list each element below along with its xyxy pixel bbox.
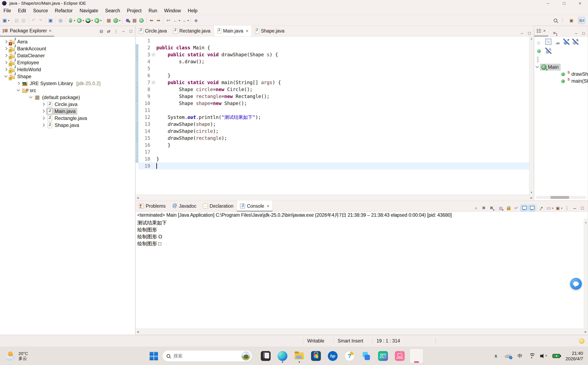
- console-horizontal-scrollbar[interactable]: ◀▶: [136, 329, 588, 335]
- dark-app[interactable]: [259, 349, 272, 363]
- open-type[interactable]: ▾: [124, 16, 131, 25]
- expander-chevron-icon[interactable]: [40, 101, 46, 107]
- expander-chevron-icon[interactable]: [3, 46, 9, 52]
- dropdown-arrow-icon[interactable]: ▾: [82, 19, 84, 22]
- close-outline-icon[interactable]: ×: [543, 28, 546, 33]
- pin-editor[interactable]: ▾: [193, 16, 199, 25]
- display-console[interactable]: [546, 205, 552, 211]
- expander-chevron-icon[interactable]: [554, 71, 560, 77]
- show-stderr[interactable]: [528, 205, 535, 211]
- toolbar-button[interactable]: ▾: [163, 17, 163, 24]
- highlight[interactable]: ▾: [57, 16, 64, 25]
- code-line[interactable]: 1: [138, 37, 529, 44]
- dropdown-arrow-icon[interactable]: ▾: [552, 207, 554, 210]
- taskbar-clock[interactable]: 21:40 2026/4/7: [566, 351, 583, 362]
- maximize[interactable]: [579, 205, 586, 211]
- close-view-icon[interactable]: ×: [49, 28, 52, 33]
- undo[interactable]: ▾: [30, 16, 37, 25]
- code-line[interactable]: 19: [138, 162, 529, 169]
- collapse-all[interactable]: −: [545, 39, 551, 45]
- tab-outline[interactable]: ×: [534, 26, 548, 36]
- open-task[interactable]: ▾: [47, 16, 54, 25]
- dropdown-arrow-icon[interactable]: ▾: [100, 19, 101, 22]
- code-line[interactable]: 9 Shape rectangle=new Rectangle();: [138, 93, 529, 100]
- dropdown-arrow-icon[interactable]: ▾: [187, 19, 189, 22]
- editor-tab[interactable]: Main.java ×: [214, 26, 252, 36]
- outline-horizontal-scrollbar[interactable]: [536, 196, 586, 199]
- expander-chevron-icon[interactable]: [40, 115, 46, 121]
- tree-item[interactable]: Aera: [0, 38, 135, 45]
- remove-all-launches[interactable]: [488, 205, 495, 211]
- code-line[interactable]: 17: [138, 148, 529, 155]
- window-maximize-button[interactable]: □: [556, 0, 572, 7]
- hide-non-public[interactable]: [536, 48, 542, 54]
- explorer[interactable]: [293, 349, 306, 363]
- toolbar-button[interactable]: ▾: [65, 17, 66, 24]
- menu-item[interactable]: Source: [30, 8, 52, 14]
- hp[interactable]: [326, 349, 339, 363]
- editor-horizontal-scrollbar[interactable]: ◀▶: [136, 195, 534, 201]
- dropdown-arrow-icon[interactable]: ▾: [8, 19, 9, 22]
- assistant-chat-button[interactable]: [570, 278, 582, 290]
- toolbar-button[interactable]: ▾: [28, 17, 29, 24]
- expander-chevron-icon[interactable]: [554, 78, 560, 84]
- maximize-outline-button[interactable]: □: [581, 30, 586, 36]
- outline-item[interactable]: Main: [534, 64, 588, 70]
- minimize-outline-button[interactable]: –: [574, 30, 578, 36]
- code-line[interactable]: 2public class Main {: [138, 44, 529, 51]
- help[interactable]: [343, 349, 356, 363]
- menu-item[interactable]: Project: [123, 8, 145, 14]
- prev-annotation[interactable]: ▾: [148, 16, 155, 25]
- search-icon[interactable]: [554, 19, 557, 22]
- scroll-lock[interactable]: [505, 205, 512, 211]
- dropdown-arrow-icon[interactable]: ▾: [179, 19, 180, 22]
- menu-item[interactable]: File: [0, 8, 14, 14]
- code-line[interactable]: 12 System.out.println("测试结果如下");: [138, 114, 529, 121]
- edge[interactable]: [276, 349, 289, 363]
- expander-chevron-icon[interactable]: [28, 94, 34, 100]
- menu-item[interactable]: Edit: [14, 8, 30, 14]
- editor-tab[interactable]: Shape.java ×: [252, 26, 288, 36]
- phone-link[interactable]: [360, 349, 373, 363]
- eclipse[interactable]: [410, 349, 423, 363]
- volume-muted-icon[interactable]: ×: [540, 351, 547, 360]
- focus[interactable]: [536, 39, 542, 45]
- code-line[interactable]: 15 drawShape(rectangle);: [138, 135, 529, 141]
- code-line[interactable]: 6 }: [138, 72, 529, 79]
- clear-console[interactable]: [497, 205, 504, 211]
- open-perspective-button[interactable]: ▣: [568, 17, 575, 24]
- dropdown-arrow-icon[interactable]: ▾: [561, 207, 562, 210]
- tab-package-explorer[interactable]: Package Explorer ×: [0, 26, 54, 37]
- outline-item[interactable]: S main(St: [534, 77, 588, 84]
- tree-item[interactable]: Shape: [0, 73, 135, 80]
- console-area-tab[interactable]: Declaration ×: [200, 201, 237, 211]
- console-area-tab[interactable]: Javadoc ×: [169, 201, 200, 211]
- save[interactable]: ▾: [13, 16, 20, 25]
- code-line[interactable]: 14 drawShape(circle);: [138, 128, 529, 135]
- external-tools[interactable]: ▾: [112, 16, 121, 25]
- close-tab-icon[interactable]: ×: [267, 204, 269, 209]
- hide-fields[interactable]: F: [563, 39, 569, 45]
- code-line[interactable]: 7 public static void main(String[] args)…: [138, 79, 529, 86]
- console-vertical-scrollbar[interactable]: ▲: [584, 218, 588, 335]
- dropdown-arrow-icon[interactable]: ▾: [91, 19, 93, 22]
- wifi-icon[interactable]: [528, 351, 535, 360]
- dropdown-arrow-icon[interactable]: ▾: [74, 19, 75, 22]
- code-line[interactable]: 3 public static void drawShape(Shape s) …: [138, 51, 529, 58]
- coverage[interactable]: ▾: [105, 16, 112, 25]
- code-line[interactable]: 10 Shape shape=new Shape();: [138, 100, 529, 107]
- tree-item[interactable]: (default package): [0, 94, 135, 101]
- terminate[interactable]: [473, 205, 479, 211]
- console-area-tab[interactable]: Console ×: [237, 201, 273, 211]
- expander-chevron-icon[interactable]: [15, 80, 21, 87]
- new-wizard[interactable]: ▾: [1, 16, 10, 25]
- new-class[interactable]: ▾: [138, 16, 145, 25]
- sort[interactable]: ↓az: [554, 39, 561, 45]
- store[interactable]: [310, 349, 323, 363]
- iqiyi[interactable]: iQIYI 爱奇艺: [377, 349, 390, 363]
- pin-console[interactable]: [538, 205, 544, 211]
- menu-item[interactable]: Window: [161, 8, 184, 14]
- link-with-editor[interactable]: ⇄: [107, 28, 111, 34]
- back[interactable]: ▾: [172, 16, 181, 25]
- minimize[interactable]: –: [121, 28, 126, 34]
